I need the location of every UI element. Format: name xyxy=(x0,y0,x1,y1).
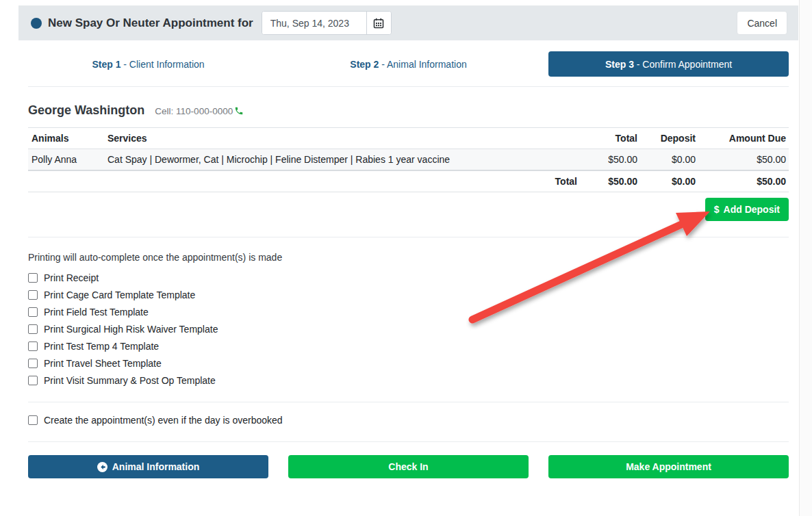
make-appointment-label: Make Appointment xyxy=(626,461,711,472)
divider xyxy=(28,441,789,442)
overbook-option[interactable]: Create the appointment(s) even if the da… xyxy=(28,411,789,428)
checkbox-label: Create the appointment(s) even if the da… xyxy=(44,415,283,426)
step-3-prefix: Step 3 xyxy=(605,59,634,70)
arrow-left-circle-icon xyxy=(97,462,107,472)
print-options-list: Print Receipt Print Cage Card Template T… xyxy=(28,269,789,389)
back-button-label: Animal Information xyxy=(112,461,200,472)
calendar-icon xyxy=(373,18,384,29)
checkbox[interactable] xyxy=(28,341,38,351)
print-option-receipt[interactable]: Print Receipt xyxy=(28,269,789,286)
make-appointment-button[interactable]: Make Appointment xyxy=(548,455,789,478)
checkbox[interactable] xyxy=(28,359,38,368)
dollar-icon: $ xyxy=(714,204,720,215)
print-option-visit-summary[interactable]: Print Visit Summary & Post Op Template xyxy=(28,372,789,389)
back-animal-information-button[interactable]: Animal Information xyxy=(28,455,268,478)
status-dot-icon xyxy=(31,18,42,29)
check-in-label: Check In xyxy=(388,461,428,472)
print-option-surgical-waiver[interactable]: Print Surgical High Risk Waiver Template xyxy=(28,320,789,337)
checkbox-label: Print Cage Card Template Template xyxy=(44,289,195,300)
step-2-prefix: Step 2 xyxy=(350,59,379,70)
check-in-button[interactable]: Check In xyxy=(288,455,529,478)
col-deposit: Deposit xyxy=(642,128,700,149)
cell-amount-due: $50.00 xyxy=(700,149,789,171)
add-deposit-label: Add Deposit xyxy=(724,204,780,215)
checkbox-label: Print Travel Sheet Template xyxy=(44,358,162,369)
checkbox[interactable] xyxy=(28,307,38,317)
date-picker xyxy=(262,11,392,35)
cell-deposit: $0.00 xyxy=(642,149,700,171)
table-header-row: Animals Services Total Deposit Amount Du… xyxy=(28,128,789,149)
print-option-field-test[interactable]: Print Field Test Template xyxy=(28,303,789,320)
print-option-test-temp[interactable]: Print Test Temp 4 Template xyxy=(28,337,789,354)
overbook-row: Create the appointment(s) even if the da… xyxy=(28,411,789,428)
client-cell-number: Cell: 110-000-0000 xyxy=(155,106,233,116)
phone-icon xyxy=(234,107,244,118)
checkbox-label: Print Test Temp 4 Template xyxy=(44,341,159,352)
step-2-label: - Animal Information xyxy=(379,59,466,70)
printing-note: Printing will auto-complete once the app… xyxy=(28,252,789,263)
table-footer-row: Total $50.00 $0.00 $50.00 xyxy=(28,170,789,192)
wizard-steps: Step 1 - Client Information Step 2 - Ani… xyxy=(28,51,789,77)
divider xyxy=(28,237,789,237)
tab-step-2[interactable]: Step 2 - Animal Information xyxy=(288,51,529,77)
divider xyxy=(28,402,789,402)
cancel-button[interactable]: Cancel xyxy=(737,11,787,35)
client-cell: Cell: 110-000-0000 xyxy=(155,106,244,118)
add-deposit-row: $ Add Deposit xyxy=(28,198,789,221)
checkbox[interactable] xyxy=(28,290,38,300)
checkbox-label: Print Visit Summary & Post Op Template xyxy=(44,375,216,386)
footer-empty xyxy=(28,170,103,192)
tab-step-3[interactable]: Step 3 - Confirm Appointment xyxy=(548,51,789,77)
page-title: New Spay Or Neuter Appointment for xyxy=(48,16,253,30)
footer-total: $50.00 xyxy=(581,170,642,192)
modal-header: New Spay Or Neuter Appointment for xyxy=(18,5,798,40)
cell-animal: Polly Anna xyxy=(28,149,103,171)
checkbox[interactable] xyxy=(28,376,38,385)
print-option-cage-card[interactable]: Print Cage Card Template Template xyxy=(28,286,789,303)
footer-deposit: $0.00 xyxy=(642,170,700,192)
print-option-travel-sheet[interactable]: Print Travel Sheet Template xyxy=(28,354,789,372)
col-animals: Animals xyxy=(28,128,103,149)
tab-step-1[interactable]: Step 1 - Client Information xyxy=(28,51,268,77)
divider xyxy=(28,86,789,87)
appointment-date-input[interactable] xyxy=(262,12,366,34)
appointment-wizard: New Spay Or Neuter Appointment for xyxy=(18,0,798,478)
client-info: George Washington Cell: 110-000-0000 xyxy=(28,103,789,118)
col-amount-due: Amount Due xyxy=(700,128,789,149)
col-services: Services xyxy=(103,128,581,149)
services-table: Animals Services Total Deposit Amount Du… xyxy=(28,127,789,192)
cell-services: Cat Spay | Dewormer, Cat | Microchip | F… xyxy=(103,149,581,171)
client-name: George Washington xyxy=(28,103,144,118)
calendar-button[interactable] xyxy=(366,12,391,34)
cell-total: $50.00 xyxy=(581,149,642,171)
checkbox[interactable] xyxy=(28,324,38,334)
checkbox[interactable] xyxy=(28,273,38,283)
table-row: Polly Anna Cat Spay | Dewormer, Cat | Mi… xyxy=(28,149,789,171)
step-1-label: - Client Information xyxy=(120,59,204,70)
checkbox[interactable] xyxy=(28,415,38,425)
checkbox-label: Print Field Test Template xyxy=(44,307,149,318)
step-1-prefix: Step 1 xyxy=(92,59,120,70)
footer-buttons: Animal Information Check In Make Appoint… xyxy=(28,455,789,478)
add-deposit-button[interactable]: $ Add Deposit xyxy=(705,198,789,221)
footer-amount-due: $50.00 xyxy=(700,170,789,192)
scrollbar-track[interactable] xyxy=(799,0,812,516)
step-3-label: - Confirm Appointment xyxy=(634,59,732,70)
checkbox-label: Print Receipt xyxy=(44,272,99,283)
footer-total-label: Total xyxy=(103,170,581,192)
checkbox-label: Print Surgical High Risk Waiver Template xyxy=(44,324,218,335)
col-total: Total xyxy=(581,128,642,149)
